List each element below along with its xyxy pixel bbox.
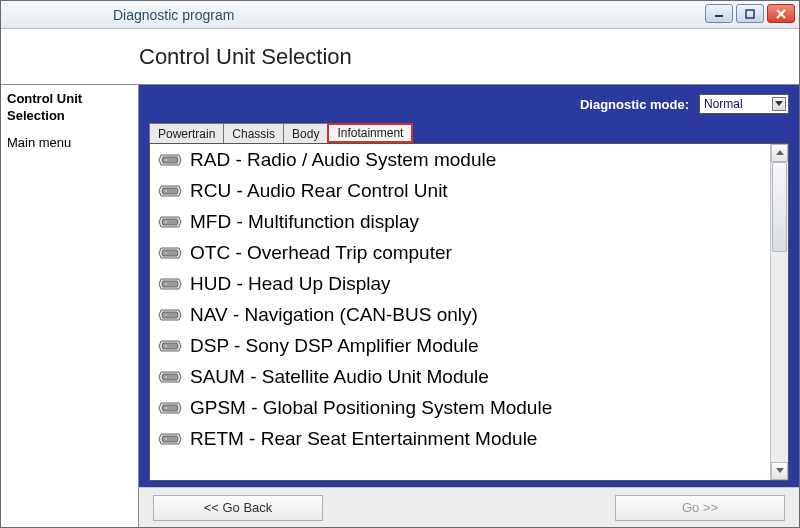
mode-label: Diagnostic mode: [580,97,689,112]
chip-icon [158,368,182,386]
svg-marker-35 [776,150,784,155]
chip-icon [158,306,182,324]
sidebar-item[interactable]: Main menu [7,135,132,152]
minimize-button[interactable] [705,4,733,23]
svg-point-28 [165,376,167,378]
tab-chassis[interactable]: Chassis [223,123,284,143]
svg-point-19 [165,283,167,285]
svg-marker-6 [162,157,178,163]
module-row[interactable]: DSP - Sony DSP Amplifier Module [150,330,770,361]
mode-value: Normal [704,97,743,111]
svg-marker-21 [162,312,178,318]
svg-point-31 [165,407,167,409]
module-row[interactable]: RAD - Radio / Audio System module [150,144,770,175]
close-button[interactable] [767,4,795,23]
body: Control Unit SelectionMain menu Diagnost… [1,85,799,527]
chevron-down-icon [772,97,786,111]
svg-marker-33 [162,436,178,442]
app-window: Diagnostic program Control Unit Selectio… [0,0,800,528]
module-label: SAUM - Satellite Audio Unit Module [190,366,489,388]
module-row[interactable]: SAUM - Satellite Audio Unit Module [150,361,770,392]
close-icon [776,9,786,19]
svg-rect-1 [746,10,754,18]
window-controls [705,4,795,23]
module-row[interactable]: NAV - Navigation (CAN-BUS only) [150,299,770,330]
chip-icon [158,213,182,231]
svg-marker-18 [162,281,178,287]
minimize-icon [714,9,724,19]
scroll-thumb[interactable] [772,162,787,252]
mode-select[interactable]: Normal [699,94,789,114]
chip-icon [158,182,182,200]
module-list-wrap: RAD - Radio / Audio System moduleRCU - A… [149,143,789,481]
svg-point-10 [165,190,167,192]
svg-marker-36 [776,468,784,473]
module-row[interactable]: GPSM - Global Positioning System Module [150,392,770,423]
svg-marker-12 [162,219,178,225]
chip-icon [158,275,182,293]
mode-row: Diagnostic mode: Normal [149,93,789,115]
bottom-bar: << Go Back Go >> [139,487,799,527]
go-forward-button[interactable]: Go >> [615,495,785,521]
window-title: Diagnostic program [113,7,234,23]
module-row[interactable]: RCU - Audio Rear Control Unit [150,175,770,206]
svg-marker-15 [162,250,178,256]
svg-point-22 [165,314,167,316]
chip-icon [158,151,182,169]
svg-point-16 [165,252,167,254]
maximize-button[interactable] [736,4,764,23]
maximize-icon [745,9,755,19]
module-label: RCU - Audio Rear Control Unit [190,180,448,202]
svg-marker-27 [162,374,178,380]
titlebar: Diagnostic program [1,1,799,29]
tab-infotainment[interactable]: Infotainment [327,123,413,143]
chevron-up-icon [776,150,784,156]
module-label: DSP - Sony DSP Amplifier Module [190,335,479,357]
tab-powertrain[interactable]: Powertrain [149,123,224,143]
chip-icon [158,244,182,262]
scrollbar[interactable] [770,144,788,480]
module-row[interactable]: RETM - Rear Seat Entertainment Module [150,423,770,454]
chip-icon [158,430,182,448]
module-label: GPSM - Global Positioning System Module [190,397,552,419]
sidebar: Control Unit SelectionMain menu [1,85,139,527]
module-label: MFD - Multifunction display [190,211,419,233]
chip-icon [158,399,182,417]
svg-marker-9 [162,188,178,194]
svg-point-13 [165,221,167,223]
chevron-down-icon [776,468,784,474]
scroll-track[interactable] [771,162,788,462]
svg-marker-24 [162,343,178,349]
module-list: RAD - Radio / Audio System moduleRCU - A… [150,144,770,480]
main-panel: Diagnostic mode: Normal PowertrainChassi… [139,85,799,527]
scroll-down-button[interactable] [771,462,788,480]
svg-marker-4 [775,101,783,106]
page-title: Control Unit Selection [139,44,352,70]
svg-marker-30 [162,405,178,411]
module-row[interactable]: HUD - Head Up Display [150,268,770,299]
page-header: Control Unit Selection [1,29,799,85]
svg-point-25 [165,345,167,347]
module-label: RAD - Radio / Audio System module [190,149,496,171]
svg-point-7 [165,159,167,161]
svg-point-34 [165,438,167,440]
go-back-button[interactable]: << Go Back [153,495,323,521]
chip-icon [158,337,182,355]
tabs: PowertrainChassisBodyInfotainment [149,121,789,143]
sidebar-item[interactable]: Control Unit Selection [7,91,132,125]
scroll-up-button[interactable] [771,144,788,162]
module-row[interactable]: MFD - Multifunction display [150,206,770,237]
module-label: RETM - Rear Seat Entertainment Module [190,428,537,450]
module-row[interactable]: OTC - Overhead Trip computer [150,237,770,268]
module-label: NAV - Navigation (CAN-BUS only) [190,304,478,326]
module-label: OTC - Overhead Trip computer [190,242,452,264]
module-label: HUD - Head Up Display [190,273,391,295]
tab-body[interactable]: Body [283,123,328,143]
